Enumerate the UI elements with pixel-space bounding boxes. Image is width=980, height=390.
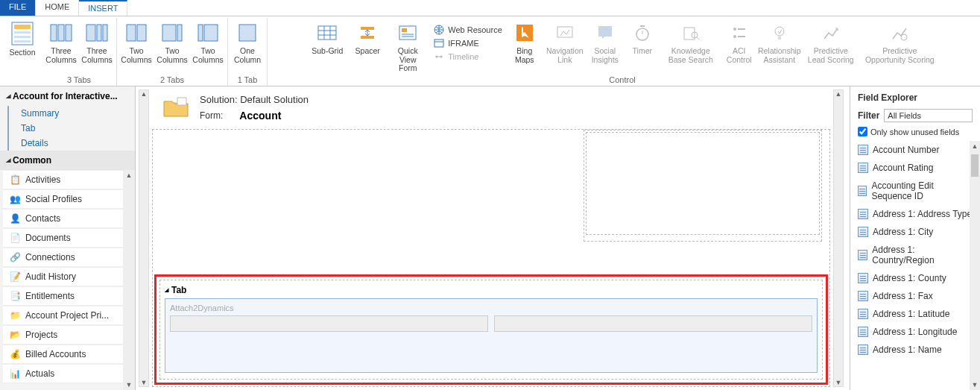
tab-file[interactable]: FILE bbox=[0, 0, 36, 16]
subgrid-button[interactable]: Sub-Grid bbox=[309, 21, 345, 56]
predictive-lead-button[interactable]: Predictive Lead Scoring bbox=[805, 21, 857, 64]
field-cell-2[interactable] bbox=[494, 315, 812, 332]
field-account-number[interactable]: Account Number bbox=[850, 141, 980, 159]
timer-button[interactable]: Timer bbox=[627, 21, 657, 56]
svg-rect-52 bbox=[177, 98, 186, 105]
common-projects[interactable]: 📂Projects bbox=[3, 325, 132, 345]
relationship-assistant-label: Relationship Assistant bbox=[758, 47, 801, 64]
tab-insert[interactable]: INSERT bbox=[79, 0, 127, 16]
common-social-profiles[interactable]: 👥Social Profiles bbox=[3, 189, 132, 209]
common-contacts[interactable]: 👤Contacts bbox=[3, 209, 132, 228]
two-columns-2-button[interactable]: Two Columns bbox=[157, 21, 187, 64]
entity-name: Account bbox=[239, 110, 281, 122]
nav-tab[interactable]: Tab bbox=[7, 121, 135, 136]
svg-rect-12 bbox=[137, 25, 146, 41]
scroll-up-icon[interactable]: ▲ bbox=[124, 170, 134, 180]
common-item-label: Projects bbox=[25, 330, 57, 340]
common-account-project[interactable]: 📁Account Project Pri... bbox=[3, 306, 132, 325]
svg-line-43 bbox=[697, 37, 699, 40]
two-columns-3-button[interactable]: Two Columns bbox=[193, 21, 223, 64]
field-address1-county[interactable]: Address 1: County bbox=[850, 269, 980, 287]
web-resource-button[interactable]: Web Resource bbox=[433, 24, 502, 36]
scroll-down-icon[interactable]: ▼ bbox=[124, 380, 134, 390]
kb-search-button[interactable]: Knowledge Base Search bbox=[665, 21, 717, 64]
scroll-thumb[interactable] bbox=[971, 154, 979, 177]
svg-rect-14 bbox=[177, 25, 182, 41]
scroll-down-icon[interactable]: ▼ bbox=[835, 379, 842, 386]
aci-icon bbox=[727, 21, 751, 45]
nav-summary[interactable]: Summary bbox=[7, 106, 135, 121]
folder-icon bbox=[161, 94, 191, 119]
left-scrollbar[interactable]: ▲▼ bbox=[123, 170, 135, 390]
common-item-label: Connections bbox=[25, 252, 75, 262]
scroll-down-icon[interactable]: ▼ bbox=[970, 380, 980, 390]
field-address1-city[interactable]: Address 1: City bbox=[850, 223, 980, 241]
navigation-link-button[interactable]: Navigation Link bbox=[547, 21, 583, 64]
canvas-right-scrollbar[interactable]: ▲▼ bbox=[833, 89, 844, 387]
tab-container[interactable]: Tab Attach2Dynamics bbox=[159, 280, 823, 380]
social-icon bbox=[593, 21, 617, 45]
activities-icon: 📋 bbox=[9, 174, 21, 186]
svg-rect-4 bbox=[14, 40, 31, 43]
aci-control-label: ACI Control bbox=[724, 47, 754, 64]
field-address1-latitude[interactable]: Address 1: Latitude bbox=[850, 305, 980, 323]
spacer-button[interactable]: Spacer bbox=[353, 21, 382, 56]
filter-select[interactable]: All Fields bbox=[884, 109, 973, 122]
three-columns-1-button[interactable]: Three Columns bbox=[46, 21, 76, 64]
timeline-button[interactable]: Timeline bbox=[433, 51, 478, 63]
field-icon bbox=[858, 163, 868, 173]
nav-details[interactable]: Details bbox=[7, 136, 135, 151]
social-insights-label: Social Insights bbox=[590, 47, 620, 64]
two-columns-right-icon bbox=[196, 21, 220, 45]
common-connections[interactable]: 🔗Connections bbox=[3, 248, 132, 267]
explorer-scrollbar[interactable]: ▲ ▼ bbox=[970, 141, 980, 390]
canvas-left-scrollbar[interactable]: ▲▼ bbox=[139, 89, 149, 387]
relationship-assistant-button[interactable]: Relationship Assistant bbox=[762, 21, 797, 64]
unused-fields-checkbox[interactable] bbox=[858, 127, 867, 136]
section-name: Attach2Dynamics bbox=[170, 303, 812, 312]
field-address1-type[interactable]: Address 1: Address Type bbox=[850, 205, 980, 223]
three-columns-2-button[interactable]: Three Columns bbox=[82, 21, 112, 64]
iframe-button[interactable]: IFRAME bbox=[433, 37, 479, 49]
common-entitlements[interactable]: 📑Entitlements bbox=[3, 286, 132, 306]
common-documents[interactable]: 📄Documents bbox=[3, 228, 132, 248]
scroll-down-icon[interactable]: ▼ bbox=[141, 379, 148, 386]
tab-home[interactable]: HOME bbox=[36, 0, 79, 16]
field-account-rating[interactable]: Account Rating bbox=[850, 159, 980, 177]
field-cell-1[interactable] bbox=[170, 315, 488, 332]
common-item-label: Billed Accounts bbox=[25, 349, 86, 359]
common-audit-history[interactable]: 📝Audit History bbox=[3, 267, 132, 286]
group-3tabs-label: 3 Tabs bbox=[67, 75, 91, 84]
field-address1-fax[interactable]: Address 1: Fax bbox=[850, 287, 980, 305]
common-billed-accounts[interactable]: 💰Billed Accounts bbox=[3, 345, 132, 364]
group-1tab-label: 1 Tab bbox=[238, 75, 258, 84]
scroll-up-icon[interactable]: ▲ bbox=[141, 90, 148, 98]
section-icon bbox=[10, 21, 35, 46]
nav-common-header[interactable]: Common bbox=[0, 151, 135, 170]
common-actuals[interactable]: 📊Actuals bbox=[3, 364, 132, 383]
common-activities[interactable]: 📋Activities bbox=[3, 170, 132, 189]
canvas-area[interactable]: Tab Attach2Dynamics bbox=[152, 129, 830, 387]
svg-point-33 bbox=[436, 56, 438, 58]
one-column-button[interactable]: One Column bbox=[233, 21, 262, 64]
two-columns-1-button[interactable]: Two Columns bbox=[121, 21, 151, 64]
bing-maps-button[interactable]: Bing Maps bbox=[510, 21, 540, 64]
tab-section[interactable]: Attach2Dynamics bbox=[165, 298, 818, 373]
scroll-up-icon[interactable]: ▲ bbox=[835, 90, 842, 98]
section-button[interactable]: Section bbox=[7, 21, 37, 57]
existing-section[interactable] bbox=[584, 130, 822, 242]
aci-control-button[interactable]: ACI Control bbox=[724, 21, 754, 64]
scroll-up-icon[interactable]: ▲ bbox=[970, 141, 980, 151]
nav-account-header[interactable]: Account for Interactive... bbox=[0, 87, 135, 106]
svg-point-34 bbox=[440, 56, 443, 58]
field-label: Account Number bbox=[873, 145, 939, 155]
field-address1-longitude[interactable]: Address 1: Longitude bbox=[850, 323, 980, 341]
field-address1-name[interactable]: Address 1: Name bbox=[850, 341, 980, 359]
social-insights-button[interactable]: Social Insights bbox=[590, 21, 620, 64]
predictive-opportunity-button[interactable]: Predictive Opportunity Scoring bbox=[864, 21, 935, 64]
field-address1-country[interactable]: Address 1: Country/Region bbox=[850, 241, 980, 269]
field-accounting-edit-sequence[interactable]: Accounting Edit Sequence ID bbox=[850, 177, 980, 205]
tab-title[interactable]: Tab bbox=[165, 285, 818, 295]
section-label: Section bbox=[9, 48, 35, 57]
quick-view-button[interactable]: Quick View Form bbox=[390, 21, 426, 73]
